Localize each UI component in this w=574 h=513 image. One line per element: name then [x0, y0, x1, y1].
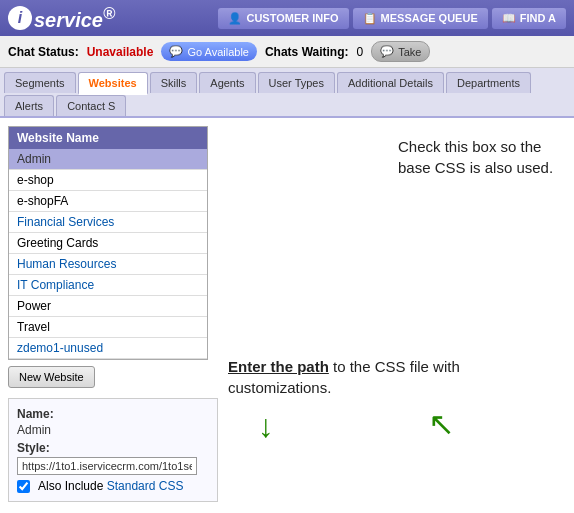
go-available-label: Go Available — [187, 46, 249, 58]
chats-waiting-count: 0 — [357, 45, 364, 59]
tab-contact-s[interactable]: Contact S — [56, 95, 126, 116]
name-value: Admin — [17, 423, 209, 437]
chat-status-value: Unavailable — [87, 45, 154, 59]
header: i service® 👤 CUSTOMER INFO 📋 MESSAGE QUE… — [0, 0, 574, 36]
right-panel: Check this box so the base CSS is also u… — [218, 126, 558, 443]
chat-status-label: Chat Status: — [8, 45, 79, 59]
standard-css-link[interactable]: Standard CSS — [107, 479, 184, 493]
message-queue-icon: 📋 — [363, 12, 377, 25]
customer-info-icon: 👤 — [228, 12, 242, 25]
find-a-label: FIND A — [520, 12, 556, 24]
chat-bar: Chat Status: Unavailable 💬 Go Available … — [0, 36, 574, 68]
also-include-checkbox[interactable] — [17, 480, 30, 493]
arrow-right-check: ↖ — [428, 405, 558, 443]
main-content: Website Name Admine-shope-shopFAFinancia… — [0, 118, 574, 513]
customer-info-label: CUSTOMER INFO — [246, 12, 338, 24]
also-include-text: Also Include Standard CSS — [38, 479, 183, 493]
website-row[interactable]: zdemo1-unused — [9, 338, 207, 359]
style-label: Style: — [17, 441, 209, 455]
message-queue-label: MESSAGE QUEUE — [381, 12, 478, 24]
form-section: Name: Admin Style: Also Include Standard… — [8, 398, 218, 502]
take-icon: 💬 — [380, 45, 394, 58]
website-row[interactable]: e-shop — [9, 170, 207, 191]
website-row[interactable]: Power — [9, 296, 207, 317]
content-wrapper: Website Name Admine-shope-shopFAFinancia… — [8, 126, 566, 513]
chats-waiting-label: Chats Waiting: — [265, 45, 349, 59]
tabs-bar: Segments Websites Skills Agents User Typ… — [0, 68, 574, 118]
new-website-button[interactable]: New Website — [8, 366, 95, 388]
find-a-icon: 📖 — [502, 12, 516, 25]
tab-agents[interactable]: Agents — [199, 72, 255, 93]
header-nav: 👤 CUSTOMER INFO 📋 MESSAGE QUEUE 📖 FIND A — [218, 8, 566, 29]
website-row[interactable]: Travel — [9, 317, 207, 338]
customer-info-button[interactable]: 👤 CUSTOMER INFO — [218, 8, 348, 29]
message-queue-button[interactable]: 📋 MESSAGE QUEUE — [353, 8, 488, 29]
website-table-header: Website Name — [9, 127, 207, 149]
website-row[interactable]: Greeting Cards — [9, 233, 207, 254]
tab-websites[interactable]: Websites — [78, 72, 148, 95]
left-panel: Website Name Admine-shope-shopFAFinancia… — [8, 126, 218, 502]
logo: i service® — [8, 4, 115, 32]
tab-departments[interactable]: Departments — [446, 72, 531, 93]
tab-skills[interactable]: Skills — [150, 72, 198, 93]
logo-i-circle: i — [8, 6, 32, 30]
enter-path-annotation: Enter the path to the CSS file with cust… — [228, 356, 558, 398]
website-row[interactable]: IT Compliance — [9, 275, 207, 296]
website-row[interactable]: Human Resources — [9, 254, 207, 275]
check-box-annotation: Check this box so the base CSS is also u… — [398, 136, 558, 178]
go-available-button[interactable]: 💬 Go Available — [161, 42, 257, 61]
website-row[interactable]: e-shopFA — [9, 191, 207, 212]
take-label: Take — [398, 46, 421, 58]
chat-bubble-icon: 💬 — [169, 45, 183, 58]
tab-alerts[interactable]: Alerts — [4, 95, 54, 116]
also-include-row: Also Include Standard CSS — [17, 479, 209, 493]
style-input[interactable] — [17, 457, 197, 475]
tab-user-types[interactable]: User Types — [258, 72, 335, 93]
find-a-button[interactable]: 📖 FIND A — [492, 8, 566, 29]
tab-segments[interactable]: Segments — [4, 72, 76, 93]
website-table: Website Name Admine-shope-shopFAFinancia… — [8, 126, 208, 360]
website-row[interactable]: Admin — [9, 149, 207, 170]
also-include-label: Also Include Standard CSS — [38, 479, 183, 493]
enter-path-underline: Enter the path — [228, 358, 329, 375]
name-label: Name: — [17, 407, 209, 421]
website-row[interactable]: Financial Services — [9, 212, 207, 233]
tab-additional-details[interactable]: Additional Details — [337, 72, 444, 93]
check-box-annotation-text: Check this box so the base CSS is also u… — [398, 138, 553, 176]
logo-reg: ® — [103, 4, 115, 23]
take-button[interactable]: 💬 Take — [371, 41, 430, 62]
logo-text: service® — [34, 4, 115, 32]
